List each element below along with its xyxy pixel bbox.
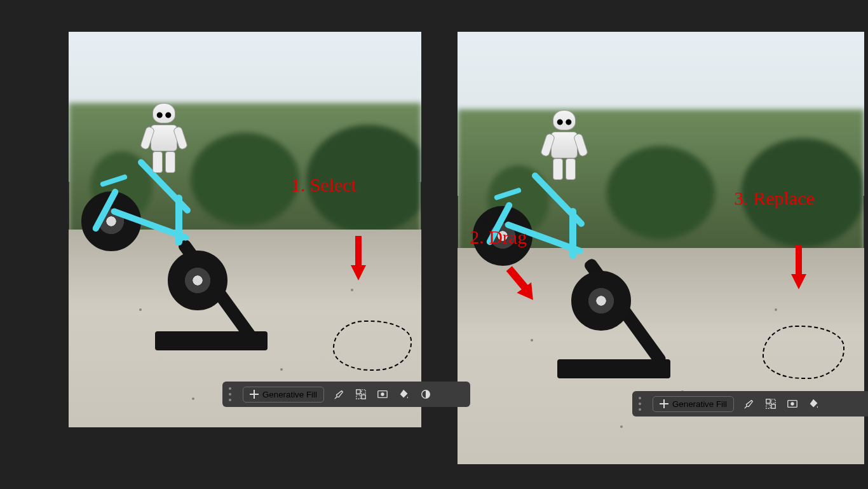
taskbar-drag-grip-icon[interactable] xyxy=(639,397,641,411)
lasso-selection-marquee[interactable] xyxy=(763,326,844,379)
sparkle-icon xyxy=(660,399,668,408)
annotation-arrow-step1 xyxy=(351,265,366,280)
contextual-task-bar[interactable]: Generative Fill xyxy=(632,391,868,417)
fill-bucket-icon[interactable] xyxy=(808,397,820,410)
annotation-step2: 2. Drag xyxy=(470,226,527,248)
generative-fill-label: Generative Fill xyxy=(672,399,727,409)
svg-rect-2 xyxy=(356,395,360,399)
generative-fill-label: Generative Fill xyxy=(262,390,317,399)
svg-rect-1 xyxy=(362,390,365,394)
image-panel-before[interactable]: 1. Select xyxy=(69,32,421,427)
svg-point-5 xyxy=(381,392,384,396)
generative-fill-button[interactable]: Generative Fill xyxy=(653,396,734,412)
svg-rect-10 xyxy=(771,404,775,408)
select-subject-icon[interactable] xyxy=(764,397,777,410)
svg-point-12 xyxy=(790,402,794,405)
svg-rect-3 xyxy=(362,395,365,399)
workspace-canvas: 1. Select 2. Drag xyxy=(0,0,868,489)
generative-fill-button[interactable]: Generative Fill xyxy=(243,387,324,403)
svg-rect-0 xyxy=(356,390,360,394)
select-subject-icon[interactable] xyxy=(355,388,367,401)
brush-icon[interactable] xyxy=(333,388,346,401)
svg-rect-7 xyxy=(766,399,770,403)
mask-icon[interactable] xyxy=(786,397,799,410)
annotation-step3: 3. Replace xyxy=(734,188,815,209)
svg-rect-9 xyxy=(766,404,770,408)
sparkle-icon xyxy=(250,390,259,399)
annotation-step1: 1. Select xyxy=(291,174,356,196)
lasso-selection-marquee[interactable] xyxy=(333,320,412,371)
annotation-arrow-step3 xyxy=(791,274,806,289)
photo-minifigure xyxy=(143,103,185,176)
photo-subject-lego xyxy=(90,123,294,368)
adjust-contrast-icon[interactable] xyxy=(419,388,432,401)
contextual-task-bar[interactable]: Generative Fill xyxy=(222,382,470,407)
mask-icon[interactable] xyxy=(376,388,389,401)
svg-rect-8 xyxy=(771,399,775,403)
photo-minifigure xyxy=(543,110,585,183)
brush-icon[interactable] xyxy=(743,397,756,410)
taskbar-drag-grip-icon[interactable] xyxy=(229,387,231,401)
photo-subject-lego xyxy=(482,131,717,399)
fill-bucket-icon[interactable] xyxy=(398,388,410,401)
